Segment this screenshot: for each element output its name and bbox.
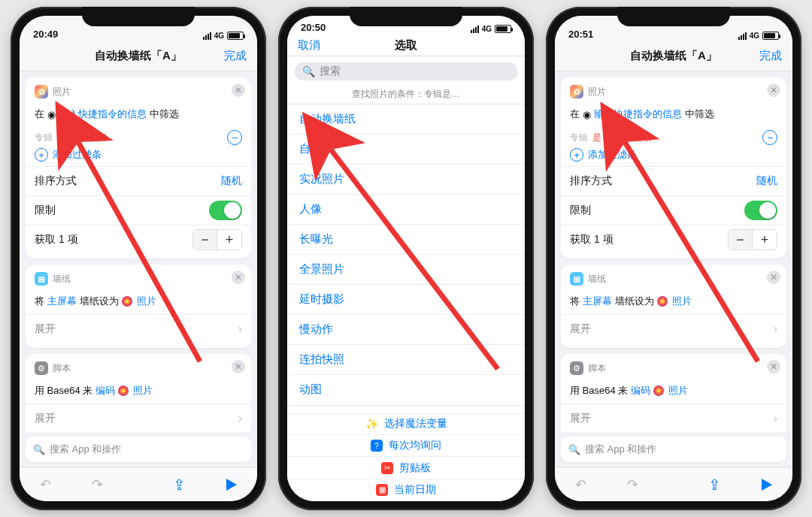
photos-token[interactable]: 照片 <box>133 384 153 398</box>
limit-toggle[interactable] <box>744 201 777 220</box>
photos-filter-card: ✕ ✿ 照片 在 ◉ 输入快捷指令的信息 中筛选 专辑 是 最近项目 − <box>26 77 251 258</box>
filter-key: 专辑 <box>570 132 588 144</box>
add-filter-button[interactable]: + 添加过滤条 <box>570 148 777 162</box>
list-item[interactable]: 慢动作 <box>287 315 525 345</box>
done-button[interactable]: 完成 <box>759 41 782 71</box>
notch <box>617 7 730 26</box>
filter-sentence: 在 ◉ 输入快捷指令的信息 中筛选 <box>35 103 242 125</box>
run-button[interactable] <box>226 479 237 491</box>
photos-token-icon <box>118 385 129 396</box>
toolbar: ↶ ↷ ⇪ <box>20 467 257 501</box>
notch <box>350 7 462 26</box>
filter-row[interactable]: 专辑 是 最近项目 − <box>35 130 242 145</box>
photos-token-icon <box>657 296 668 307</box>
magic-variable-row[interactable]: ✨ 选择魔法变量 <box>287 413 525 436</box>
chevron-right-icon: › <box>774 412 777 425</box>
filter-sentence: 在 ◉ 输入快捷指令的信息 中筛选 <box>570 103 777 125</box>
ask-each-time-row[interactable]: ? 每次均询问 <box>287 435 525 457</box>
count-stepper[interactable]: −+ <box>728 229 777 250</box>
close-icon[interactable]: ✕ <box>767 360 780 373</box>
expand-row[interactable]: 展开 › <box>570 406 777 431</box>
undo-button[interactable]: ↶ <box>575 476 586 493</box>
editor-content: ✕ ✿ 照片 在 ◉ 输入快捷指令的信息 中筛选 专辑 是 最近项目 − <box>20 71 257 432</box>
photos-token[interactable]: 照片 <box>672 295 692 308</box>
close-icon[interactable]: ✕ <box>232 360 245 373</box>
card-header-wallpaper: ▦ 墙纸 <box>35 272 242 286</box>
undo-button[interactable]: ↶ <box>40 476 51 493</box>
encode-token[interactable]: 编码 <box>95 384 115 398</box>
phone-1: 20:49 4G 自动换墙纸「A」 完成 ✕ ✿ 照片 在 ◉ <box>11 7 266 510</box>
home-screen-token[interactable]: 主屏幕 <box>47 295 77 308</box>
input-variable-token[interactable]: 输入快捷指令的信息 <box>594 107 682 121</box>
redo-button[interactable]: ↷ <box>92 476 103 493</box>
bullet-icon: ◉ <box>47 109 56 120</box>
status-right: 4G <box>738 32 779 40</box>
list-item[interactable]: 动图 <box>287 375 525 405</box>
list-item[interactable]: 连拍快照 <box>287 345 525 375</box>
list-item[interactable]: 人像 <box>287 195 525 225</box>
remove-filter-icon[interactable]: − <box>227 130 242 145</box>
signal-icon <box>471 26 479 33</box>
done-button[interactable]: 完成 <box>224 41 247 71</box>
search-icon: 🔍 <box>568 444 580 455</box>
battery-icon <box>227 32 244 40</box>
remove-filter-icon[interactable]: − <box>762 130 777 145</box>
list-item[interactable]: 实况照片 <box>287 165 525 195</box>
limit-toggle[interactable] <box>209 201 242 220</box>
album-list: 自动换墙纸 自拍 实况照片 人像 长曝光 全景照片 延时摄影 慢动作 连拍快照 … <box>287 104 525 406</box>
filter-value: 最近项目 <box>71 132 107 144</box>
search-actions[interactable]: 🔍 搜索 App 和操作 <box>26 437 251 462</box>
list-item[interactable]: 长曝光 <box>287 225 525 255</box>
share-button[interactable]: ⇪ <box>708 476 721 494</box>
encode-token[interactable]: 编码 <box>631 384 650 398</box>
clock: 20:51 <box>568 29 593 40</box>
redo-button[interactable]: ↷ <box>627 476 638 493</box>
close-icon[interactable]: ✕ <box>767 271 780 284</box>
share-button[interactable]: ⇪ <box>173 476 186 494</box>
sort-row[interactable]: 排序方式 随机 <box>35 168 242 194</box>
nav-bar: 取消 选取 <box>287 35 525 56</box>
add-filter-button[interactable]: + 添加过滤条 <box>35 148 242 162</box>
list-item[interactable]: 延时摄影 <box>287 285 525 315</box>
close-icon[interactable]: ✕ <box>767 83 780 97</box>
close-icon[interactable]: ✕ <box>232 83 245 97</box>
expand-row[interactable]: 展开 › <box>570 316 777 342</box>
screen-2: 20:50 4G 取消 选取 🔍 搜索 查找照片的条件：专辑是… 自动换墙纸 自… <box>287 16 525 501</box>
wallpaper-icon: ▦ <box>35 272 48 286</box>
stepper-minus-icon: − <box>193 230 217 249</box>
battery-icon <box>495 25 511 33</box>
clipboard-icon: ✂ <box>381 462 393 474</box>
script-sentence: 用 Base64 来 编码 照片 <box>570 379 777 402</box>
cancel-button[interactable]: 取消 <box>298 35 320 56</box>
run-button[interactable] <box>762 479 772 491</box>
expand-row[interactable]: 展开 › <box>35 316 242 342</box>
list-item[interactable]: 全景照片 <box>287 255 525 285</box>
nav-title: 自动换墙纸「A」 <box>95 49 182 63</box>
card-header-script: ⚙ 脚本 <box>35 361 242 375</box>
search-actions[interactable]: 🔍 搜索 App 和操作 <box>561 437 786 462</box>
signal-icon <box>203 32 211 40</box>
battery-icon <box>762 32 779 40</box>
count-stepper[interactable]: −+ <box>192 229 242 250</box>
card-header-photos: ✿ 照片 <box>570 85 777 98</box>
photos-token[interactable]: 照片 <box>137 295 156 308</box>
list-item[interactable]: 自拍 <box>287 135 525 165</box>
photos-token-icon <box>653 385 664 396</box>
clipboard-row[interactable]: ✂ 剪贴板 <box>287 457 525 479</box>
wallpaper-icon: ▦ <box>570 272 583 286</box>
sort-row[interactable]: 排序方式 随机 <box>570 168 777 194</box>
input-variable-token[interactable]: 输入快捷指令的信息 <box>59 107 147 121</box>
get-count-row: 获取 1 项 −+ <box>570 227 777 252</box>
list-item[interactable]: 自动换墙纸 <box>287 104 525 135</box>
expand-row[interactable]: 展开 › <box>35 406 242 431</box>
script-icon: ⚙ <box>570 361 583 375</box>
current-date-row[interactable]: ▦ 当前日期 <box>287 479 525 501</box>
filter-row[interactable]: 专辑 是 自动换墙纸 − <box>570 130 777 145</box>
close-icon[interactable]: ✕ <box>232 271 245 284</box>
limit-row: 限制 <box>570 198 777 223</box>
clock: 20:50 <box>301 22 326 33</box>
home-screen-token[interactable]: 主屏幕 <box>583 295 612 308</box>
photos-token[interactable]: 照片 <box>668 384 688 398</box>
search-icon: 🔍 <box>302 65 315 77</box>
search-field[interactable]: 🔍 搜索 <box>295 62 517 80</box>
